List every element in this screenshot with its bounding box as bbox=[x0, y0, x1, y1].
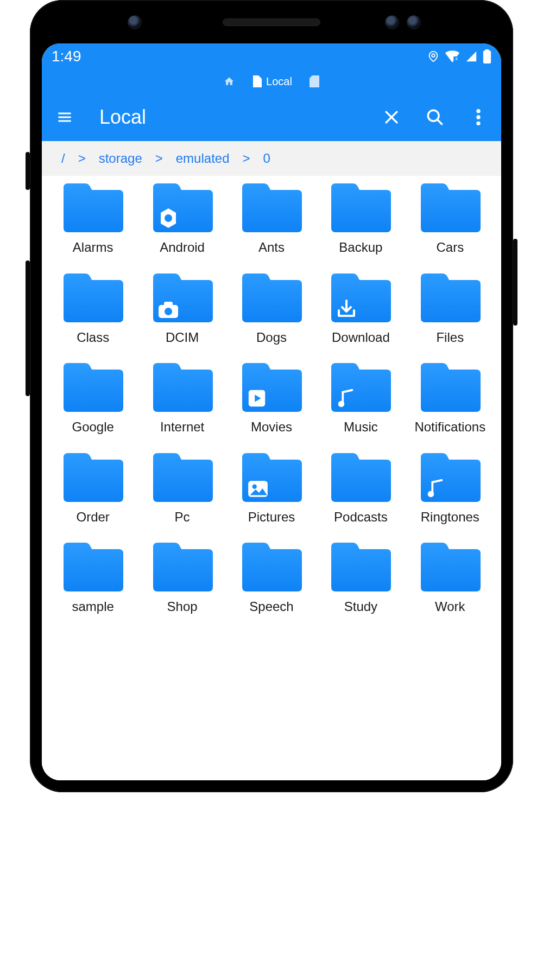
folder-item[interactable]: Download bbox=[321, 270, 400, 345]
folder-label: Order bbox=[77, 510, 110, 525]
svg-text:x: x bbox=[455, 56, 458, 61]
folder-icon bbox=[328, 450, 393, 504]
folder-icon bbox=[328, 180, 393, 234]
folder-icon bbox=[328, 270, 393, 324]
folder-item[interactable]: Google bbox=[54, 360, 132, 435]
folder-icon bbox=[418, 180, 483, 234]
folder-icon bbox=[60, 270, 125, 324]
status-time: 1:49 bbox=[52, 48, 81, 65]
battery-icon bbox=[483, 49, 491, 63]
folder-icon bbox=[239, 360, 304, 414]
folder-label: Pictures bbox=[248, 510, 295, 525]
top-app-region: 1:49 x bbox=[42, 43, 501, 141]
chevron-right-icon: > bbox=[78, 151, 86, 166]
folder-label: Android bbox=[160, 240, 205, 255]
tab-sd[interactable] bbox=[306, 73, 323, 90]
folder-item[interactable]: DCIM bbox=[143, 270, 221, 345]
folder-item[interactable]: Alarms bbox=[54, 180, 132, 255]
app-bar: Local bbox=[42, 93, 501, 141]
folder-label: Cars bbox=[436, 240, 464, 255]
folder-item[interactable]: Pictures bbox=[232, 450, 311, 525]
folder-item[interactable]: Podcasts bbox=[321, 450, 400, 525]
music-icon bbox=[425, 478, 446, 499]
svg-line-11 bbox=[437, 119, 442, 124]
folder-label: Study bbox=[344, 599, 377, 614]
breadcrumb-part[interactable]: emulated bbox=[176, 151, 230, 166]
music-icon bbox=[336, 388, 356, 409]
folder-item[interactable]: Notifications bbox=[411, 360, 489, 435]
folder-label: Class bbox=[77, 330, 109, 345]
breadcrumb: / > storage > emulated > 0 bbox=[42, 141, 501, 176]
folder-label: DCIM bbox=[166, 330, 199, 345]
folder-icon bbox=[239, 539, 304, 594]
folder-item[interactable]: Shop bbox=[143, 539, 221, 614]
folder-item[interactable]: Internet bbox=[143, 360, 221, 435]
folder-icon bbox=[418, 450, 483, 504]
folder-icon bbox=[150, 539, 215, 594]
folder-label: Dogs bbox=[256, 330, 287, 345]
search-button[interactable] bbox=[420, 102, 450, 132]
folder-item[interactable]: Music bbox=[321, 360, 400, 435]
tab-home[interactable] bbox=[220, 74, 238, 89]
folder-label: Speech bbox=[249, 599, 293, 614]
folder-icon bbox=[418, 360, 483, 414]
folder-icon bbox=[60, 450, 125, 504]
folder-icon bbox=[239, 270, 304, 324]
folder-grid[interactable]: AlarmsAndroidAntsBackupCarsClassDCIMDogs… bbox=[42, 176, 501, 780]
folder-label: Google bbox=[72, 419, 114, 435]
folder-label: Podcasts bbox=[334, 510, 388, 525]
signal-icon bbox=[465, 50, 477, 62]
folder-icon bbox=[60, 539, 125, 594]
folder-item[interactable]: Work bbox=[411, 539, 489, 614]
image-icon bbox=[247, 479, 269, 499]
gear-icon bbox=[157, 207, 179, 229]
folder-item[interactable]: Cars bbox=[411, 180, 489, 255]
overflow-button[interactable] bbox=[463, 102, 494, 132]
page-title: Local bbox=[93, 106, 363, 129]
folder-label: Notifications bbox=[414, 419, 485, 435]
folder-label: Alarms bbox=[73, 240, 113, 255]
folder-icon bbox=[239, 450, 304, 504]
folder-label: Movies bbox=[251, 419, 292, 435]
status-bar: 1:49 x bbox=[42, 43, 501, 69]
svg-point-14 bbox=[476, 122, 480, 125]
folder-item[interactable]: Ringtones bbox=[411, 450, 489, 525]
folder-icon bbox=[150, 360, 215, 414]
folder-item[interactable]: Backup bbox=[321, 180, 400, 255]
folder-item[interactable]: Order bbox=[54, 450, 132, 525]
folder-icon bbox=[150, 450, 215, 504]
breadcrumb-part[interactable]: storage bbox=[99, 151, 142, 166]
folder-item[interactable]: Class bbox=[54, 270, 132, 345]
menu-button[interactable] bbox=[49, 102, 80, 132]
breadcrumb-part[interactable]: 0 bbox=[263, 151, 270, 166]
breadcrumb-root[interactable]: / bbox=[61, 151, 65, 166]
close-button[interactable] bbox=[376, 102, 407, 132]
folder-item[interactable]: Android bbox=[143, 180, 221, 255]
folder-icon bbox=[60, 180, 125, 234]
folder-item[interactable]: Study bbox=[321, 539, 400, 614]
folder-item[interactable]: sample bbox=[54, 539, 132, 614]
folder-icon bbox=[328, 539, 393, 594]
folder-label: Work bbox=[435, 599, 465, 614]
svg-point-12 bbox=[476, 109, 480, 113]
location-icon bbox=[427, 49, 439, 63]
folder-item[interactable]: Dogs bbox=[232, 270, 311, 345]
svg-point-13 bbox=[476, 115, 480, 119]
folder-item[interactable]: Files bbox=[411, 270, 489, 345]
svg-point-0 bbox=[432, 54, 435, 57]
folder-label: Shop bbox=[167, 599, 198, 614]
folder-icon bbox=[150, 270, 215, 324]
folder-item[interactable]: Pc bbox=[143, 450, 221, 525]
chevron-right-icon: > bbox=[155, 151, 163, 166]
folder-label: Ants bbox=[258, 240, 285, 255]
location-tabs: Local bbox=[42, 69, 501, 93]
folder-label: Music bbox=[344, 419, 378, 435]
svg-rect-4 bbox=[485, 49, 489, 52]
folder-item[interactable]: Speech bbox=[232, 539, 311, 614]
tab-local[interactable]: Local bbox=[249, 73, 295, 90]
folder-item[interactable]: Movies bbox=[232, 360, 311, 435]
folder-icon bbox=[150, 180, 215, 234]
folder-item[interactable]: Ants bbox=[232, 180, 311, 255]
camera-icon bbox=[157, 301, 179, 319]
phone-frame: 1:49 x bbox=[30, 0, 513, 792]
